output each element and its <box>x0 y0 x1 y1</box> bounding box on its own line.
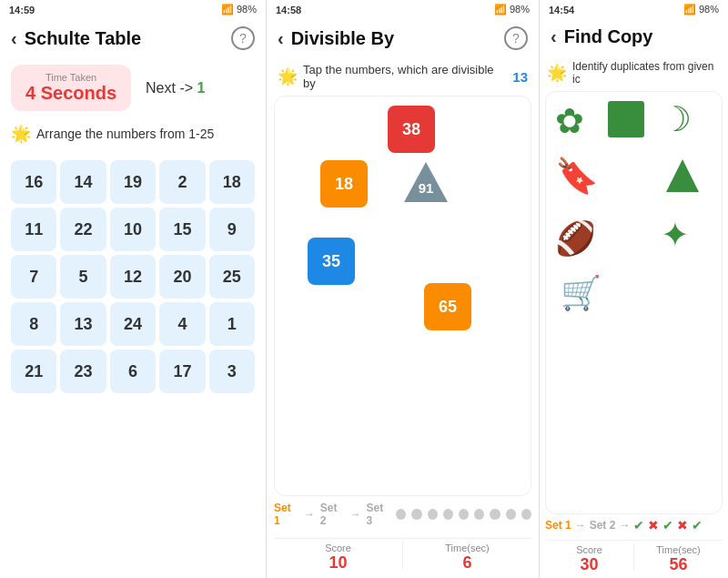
dot-6 <box>474 509 484 520</box>
shape-cart[interactable]: 🛒 <box>561 274 602 312</box>
shape-triangle[interactable] <box>664 157 701 198</box>
panel3-title: Find Copy <box>564 26 717 47</box>
grid-cell-1[interactable]: 1 <box>209 302 255 346</box>
instruction-text-1: Arrange the numbers from 1-25 <box>36 127 214 141</box>
time-box: Time(sec) 6 <box>403 538 531 573</box>
grid-cell-2[interactable]: 2 <box>159 160 205 204</box>
find-shapes-area[interactable]: ✿ ☽ 🔖 🏈 ✦ 🛒 <box>545 91 723 514</box>
signal-3: 📶 98% <box>683 4 719 15</box>
shape-football[interactable]: 🏈 <box>555 219 596 258</box>
time-taken-label: Time Taken <box>25 72 116 83</box>
grid-cell-19[interactable]: 19 <box>110 160 156 204</box>
signal-2: 📶 98% <box>494 4 530 15</box>
tile-38[interactable]: 38 <box>388 106 435 153</box>
grid-cell-16[interactable]: 16 <box>11 160 56 204</box>
grid-cell-13[interactable]: 13 <box>60 302 106 346</box>
find-time-value: 56 <box>634 555 723 574</box>
dot-7 <box>490 509 500 520</box>
grid-cell-21[interactable]: 21 <box>11 350 56 393</box>
schulte-info: Time Taken 4 Seconds Next -> 1 <box>0 57 266 118</box>
help-button-1[interactable]: ? <box>231 26 255 50</box>
tile-65[interactable]: 65 <box>424 283 471 330</box>
shape-flower[interactable]: ✿ <box>555 101 584 141</box>
divisible-game-area[interactable]: 38 18 91 35 65 <box>274 96 531 496</box>
score-value: 10 <box>274 553 402 573</box>
time-3: 14:54 <box>549 5 574 15</box>
next-number: 1 <box>197 80 206 96</box>
shape-crescent[interactable]: ☽ <box>661 99 692 139</box>
dot-5 <box>459 509 469 520</box>
score-box: Score 10 <box>274 538 402 573</box>
find-score-row: Score 30 Time(sec) 56 <box>540 536 728 578</box>
divisible-score-row: Score 10 Time(sec) 6 <box>267 532 539 578</box>
dot-4 <box>443 509 453 520</box>
header-1: ‹ Schulte Table ? <box>0 19 266 57</box>
grid-cell-3[interactable]: 3 <box>209 350 255 393</box>
shape-bookmark[interactable]: 🔖 <box>555 156 598 196</box>
grid-cell-24[interactable]: 24 <box>110 302 156 346</box>
dot-3 <box>428 509 438 520</box>
time-taken-box: Time Taken 4 Seconds <box>11 65 131 111</box>
time-taken-value: 4 Seconds <box>25 83 116 104</box>
divisible-progress-row: Set 1 → Set 2 → Set 3 <box>267 496 539 532</box>
shape-starburst[interactable]: ✦ <box>661 215 690 255</box>
set2-label: Set 2 <box>320 502 345 527</box>
find-instruction-text: Identify duplicates from given ic <box>572 60 721 86</box>
dot-9 <box>521 509 531 520</box>
header-2: ‹ Divisible By ? <box>267 19 539 57</box>
find-score-box: Score 30 <box>545 540 633 574</box>
panel1-title: Schulte Table <box>25 28 224 49</box>
grid-cell-22[interactable]: 22 <box>60 208 106 251</box>
grid-cell-18[interactable]: 18 <box>209 160 255 204</box>
grid-cell-5[interactable]: 5 <box>60 255 106 299</box>
schulte-grid: 1614192181122101597512202581324412123617… <box>0 153 266 401</box>
tile-35[interactable]: 35 <box>308 238 355 285</box>
grid-cell-17[interactable]: 17 <box>159 350 205 393</box>
arrow-1: → <box>304 508 315 521</box>
find-time-box: Time(sec) 56 <box>634 540 723 574</box>
grid-cell-14[interactable]: 14 <box>60 160 106 204</box>
divisible-number: 13 <box>512 69 528 85</box>
status-bar-2: 14:58 📶 98% <box>267 0 539 19</box>
dot-1 <box>396 509 406 520</box>
grid-cell-12[interactable]: 12 <box>110 255 156 299</box>
grid-cell-10[interactable]: 10 <box>110 208 156 251</box>
next-label: Next -> 1 <box>146 80 205 96</box>
tile-18[interactable]: 18 <box>320 160 368 208</box>
tile-91-container[interactable]: 91 <box>402 158 450 209</box>
find-set1-label: Set 1 <box>545 519 571 532</box>
divisible-by-panel: 14:58 📶 98% ‹ Divisible By ? 🌟 Tap the n… <box>267 0 540 578</box>
svg-marker-3 <box>666 159 699 192</box>
grid-cell-15[interactable]: 15 <box>159 208 205 251</box>
grid-cell-23[interactable]: 23 <box>60 350 106 393</box>
grid-cell-9[interactable]: 9 <box>209 208 255 251</box>
divisible-instruction: 🌟 Tap the numbers, which are divisible b… <box>267 57 539 96</box>
back-button-1[interactable]: ‹ <box>11 28 17 49</box>
dot-8 <box>506 509 516 520</box>
score-label: Score <box>274 543 402 553</box>
grid-cell-8[interactable]: 8 <box>11 302 56 346</box>
panel2-title: Divisible By <box>291 28 497 49</box>
time-label: Time(sec) <box>403 543 531 553</box>
signal-1: 📶 98% <box>221 4 257 15</box>
grid-cell-11[interactable]: 11 <box>11 208 56 251</box>
dot-2 <box>411 509 421 520</box>
find-arrow-2: → <box>619 519 630 532</box>
grid-cell-6[interactable]: 6 <box>110 350 156 393</box>
status-bar-1: 14:59 📶 98% <box>0 0 266 19</box>
svg-rect-2 <box>608 101 644 137</box>
time-1: 14:59 <box>9 5 35 15</box>
back-button-3[interactable]: ‹ <box>551 26 557 47</box>
shape-square[interactable] <box>608 101 644 141</box>
find-instruction: 🌟 Identify duplicates from given ic <box>540 55 728 91</box>
grid-cell-25[interactable]: 25 <box>209 255 255 299</box>
back-button-2[interactable]: ‹ <box>278 28 284 49</box>
instruction-text-2: Tap the numbers, which are divisible by <box>303 63 507 90</box>
grid-cell-4[interactable]: 4 <box>159 302 205 346</box>
grid-cell-20[interactable]: 20 <box>159 255 205 299</box>
find-set2-label: Set 2 <box>590 519 616 532</box>
schulte-instruction: 🌟 Arrange the numbers from 1-25 <box>0 118 266 149</box>
grid-cell-7[interactable]: 7 <box>11 255 56 299</box>
sun-icon-1: 🌟 <box>11 124 31 144</box>
help-button-2[interactable]: ? <box>504 26 528 50</box>
